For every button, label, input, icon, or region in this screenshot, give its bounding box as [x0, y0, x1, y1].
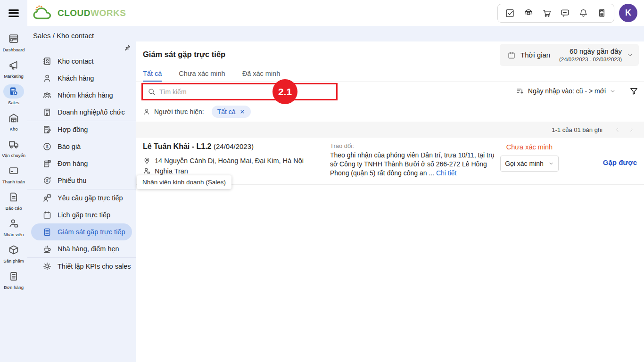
svg-text:$: $ [49, 160, 50, 163]
warehouse-icon [8, 112, 19, 123]
cart-icon[interactable] [537, 4, 556, 22]
tab-chua-xac-minh[interactable]: Chưa xác minh [179, 70, 225, 82]
invoice-icon: $ [42, 159, 52, 168]
truck-icon [8, 139, 19, 150]
document-icon [8, 191, 19, 203]
avatar[interactable]: K [619, 4, 637, 22]
record-name[interactable]: Lê Tuấn Khải - L1.2 [143, 142, 212, 150]
assignee-chip[interactable]: Tất cả [212, 106, 251, 118]
person-icon [42, 74, 52, 83]
sidebar-item-phieu-thu[interactable]: $ Phiếu thu [31, 172, 132, 189]
rail-item-kho[interactable]: Kho [0, 111, 27, 137]
rail-item-don-hang[interactable]: Đơn hàng [0, 269, 27, 296]
tasks-icon[interactable] [501, 4, 519, 22]
filter-funnel-icon[interactable] [629, 87, 638, 96]
credit-card-icon [8, 165, 19, 176]
module-rail: Dashboard Marketing Sales Kho Vận chuyển… [0, 26, 27, 362]
verify-action-dropdown[interactable]: Gọi xác minh [500, 156, 559, 172]
sidebar-item-yeu-cau-gap[interactable]: ? Yêu cầu gặp trực tiếp [31, 189, 132, 206]
sidebar-item-giam-sat-gap[interactable]: Giám sát gặp trực tiếp [31, 223, 132, 240]
group-icon [42, 90, 52, 100]
search-input[interactable] [159, 88, 331, 96]
next-page-button[interactable] [625, 123, 637, 136]
employee-icon [8, 218, 19, 229]
sidebar-item-hop-dong[interactable]: Hợp đồng [31, 121, 132, 138]
svg-text:$: $ [46, 178, 48, 183]
hamburger-menu-button[interactable] [0, 0, 27, 26]
sales-sidebar: Sales / Kho contact Kho contact Khách hà… [27, 26, 136, 362]
sort-label: Ngày nhập vào: cũ - > mới [528, 87, 606, 95]
coffee-cup-icon [42, 244, 52, 254]
clipboard-list-icon [42, 227, 52, 237]
annotation-badge: 2.1 [272, 79, 297, 104]
detail-link[interactable]: Chi tiết [436, 169, 457, 177]
pin-icon[interactable] [123, 44, 131, 52]
rail-item-thanh-toan[interactable]: Thanh toán [0, 164, 27, 190]
rail-item-bao-cao[interactable]: Báo cáo [0, 190, 27, 216]
close-icon[interactable] [239, 109, 245, 115]
dollar-circle-icon: $ [42, 142, 52, 151]
status-badge: Chưa xác minh [500, 143, 559, 151]
rail-item-marketing[interactable]: Marketing [0, 58, 27, 84]
annotation-box [141, 83, 338, 100]
fax-icon[interactable] [593, 4, 611, 22]
tab-da-xac-minh[interactable]: Đã xác minh [242, 70, 281, 82]
status-tabs: Tất cả Chưa xác minh Đã xác minh [136, 70, 644, 82]
assignee-filter-label: Người thực hiện: [154, 108, 204, 115]
contact-book-icon [42, 57, 52, 66]
calendar-icon [507, 51, 516, 59]
time-filter-range: (24/02/2023 - 02/03/2023) [559, 56, 622, 63]
record-assignee: Nghia Tran [155, 167, 188, 175]
tab-tat-ca[interactable]: Tất cả [143, 70, 162, 82]
sidebar-item-nhom-khach-hang[interactable]: Nhóm khách hàng [31, 87, 132, 104]
sort-dropdown[interactable]: Ngày nhập vào: cũ - > mới [516, 87, 616, 95]
time-filter-label: Thời gian [520, 51, 550, 59]
rail-item-van-chuyen[interactable]: Vận chuyển [0, 137, 27, 164]
rail-item-dashboard[interactable]: Dashboard [0, 32, 27, 58]
chevron-down-icon [548, 161, 554, 166]
svg-text:?: ? [48, 194, 50, 197]
sidebar-item-khach-hang[interactable]: Khách hàng [31, 70, 132, 87]
sort-icon [516, 87, 524, 95]
dashboard-icon [8, 33, 19, 44]
rail-item-san-pham[interactable]: Sản phẩm [0, 243, 27, 269]
sidebar-item-bao-gia[interactable]: $ Báo giá [31, 138, 132, 155]
logo-text: CLOUDWORKS [58, 8, 126, 18]
page-title: Giám sát gặp trực tiếp [143, 50, 225, 59]
breadcrumb: Sales / Kho contact [27, 26, 136, 40]
time-filter-dropdown[interactable]: Thời gian 60 ngày gần đây (24/02/2023 - … [500, 44, 639, 66]
person-icon [143, 108, 150, 115]
app-header: CLOUDWORKS K [27, 0, 644, 26]
rail-item-nhan-vien[interactable]: Nhân viên [0, 216, 27, 243]
met-action-link[interactable]: Gặp được [589, 158, 644, 166]
person-question-icon: ? [42, 193, 52, 203]
chevron-down-icon [610, 88, 616, 94]
order-list-icon [8, 271, 19, 282]
record-assignee-row[interactable]: Nghia Tran [143, 167, 188, 175]
hamburger-icon [8, 8, 19, 18]
rail-item-sales[interactable]: Sales [0, 84, 27, 111]
prev-page-button[interactable] [611, 123, 623, 136]
sidebar-item-kpis[interactable]: Thiết lập KPIs cho sales [31, 258, 132, 275]
sidebar-item-nha-hang[interactable]: Nhà hàng, điểm hẹn [31, 240, 132, 257]
sidebar-item-doanh-nghiep[interactable]: Doanh nghiệp/tổ chức [31, 104, 132, 121]
chat-icon[interactable] [556, 4, 574, 22]
sidebar-item-kho-contact[interactable]: Kho contact [31, 53, 132, 70]
sidebar-item-lich-gap[interactable]: Lịch gặp trực tiếp [31, 206, 132, 223]
main-panel: Giám sát gặp trực tiếp Thời gian 60 ngày… [136, 41, 644, 362]
exchange-text: Theo ghi nhận của phóng viên Dân trí, tr… [330, 151, 495, 178]
search-icon [148, 88, 156, 96]
building-icon [42, 107, 52, 117]
sales-doc-plus-icon [8, 86, 19, 97]
header-icon-toolbar [497, 4, 614, 23]
bell-icon[interactable] [574, 4, 593, 22]
calendar-icon [42, 210, 52, 220]
contract-icon [42, 125, 52, 134]
receipt-refund-icon: $ [42, 176, 52, 185]
box-icon [8, 244, 19, 255]
svg-text:$: $ [46, 144, 48, 149]
assignee-role-tooltip: Nhân viên kinh doanh (Sales) [137, 175, 231, 189]
cloudworks-logo: CLOUDWORKS [32, 4, 126, 22]
sidebar-item-don-hang[interactable]: $ Đơn hàng [31, 155, 132, 172]
camera-icon[interactable] [519, 4, 537, 22]
